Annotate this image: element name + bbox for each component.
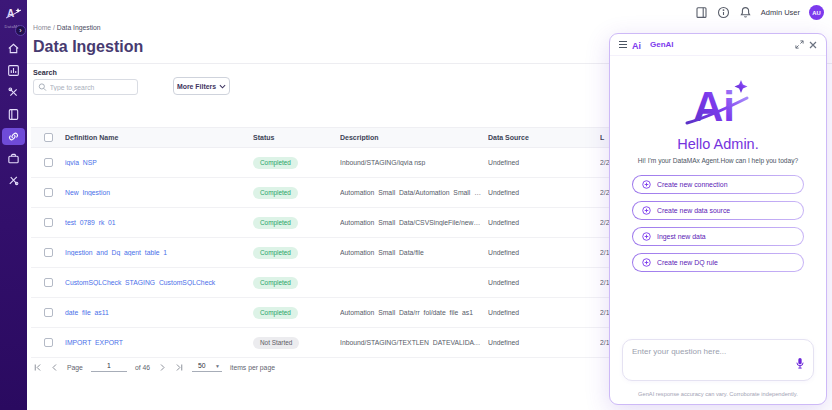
more-filters-button[interactable]: More Filters (173, 77, 230, 95)
chevron-down-icon (219, 84, 226, 89)
row-checkbox[interactable] (44, 158, 53, 167)
breadcrumb-home[interactable]: Home (33, 24, 51, 31)
breadcrumb: Home / Data Ingestion (33, 24, 101, 31)
row-checkbox[interactable] (44, 248, 53, 257)
more-filters-label: More Filters (177, 83, 216, 90)
definition-name-link[interactable]: test_0789_rk_01 (65, 219, 253, 226)
search-label: Search (33, 68, 57, 77)
plus-circle-icon (642, 258, 651, 267)
data-source-cell: Undefined (488, 159, 600, 166)
suggestion-create-data-source[interactable]: Create new data source (632, 201, 804, 220)
status-badge: Completed (253, 217, 298, 229)
genai-panel: Ai GenAI Ai Hello Admin. Hi! I'm your Da… (609, 33, 827, 405)
items-per-page-value: 50 (198, 362, 206, 369)
select-all-checkbox[interactable] (44, 133, 53, 142)
sidebar-collapse-toggle[interactable]: › (15, 25, 26, 36)
col-definition-name: Definition Name (65, 134, 253, 141)
close-icon[interactable] (809, 41, 817, 49)
definition-name-link[interactable]: CustomSQLCheck_STAGING_CustomSQLCheck (65, 279, 253, 286)
topbar-actions: Admin User AU (695, 5, 824, 20)
suggestion-create-dq-rule[interactable]: Create new DQ rule (632, 253, 804, 272)
sidebar-nav (0, 40, 27, 189)
sidebar-item-tools[interactable] (0, 84, 27, 101)
first-page-button[interactable] (33, 363, 42, 372)
status-badge: Not Started (253, 337, 299, 349)
last-page-button[interactable] (175, 363, 184, 372)
search-icon (38, 82, 47, 92)
definition-name-link[interactable]: IMPORT_EXPORT (65, 339, 253, 346)
prev-page-button[interactable] (50, 363, 59, 372)
row-checkbox[interactable] (44, 188, 53, 197)
menu-icon[interactable] (619, 41, 627, 48)
description-cell: Automation_Small_Data/Automation_Small_D… (340, 189, 488, 196)
breadcrumb-current: Data Ingestion (57, 24, 101, 31)
user-avatar[interactable]: AU (809, 5, 824, 20)
status-badge: Completed (253, 247, 298, 259)
user-name: Admin User (761, 8, 800, 17)
utilities-icon (7, 174, 20, 187)
sidebar-item-home[interactable] (0, 40, 27, 57)
suggestion-label: Create new connection (657, 181, 727, 188)
col-data-source: Data Source (488, 134, 600, 141)
sidebar-item-catalog[interactable] (0, 106, 27, 123)
page-title: Data Ingestion (33, 38, 143, 56)
catalog-icon (7, 108, 20, 121)
row-checkbox[interactable] (44, 308, 53, 317)
row-checkbox[interactable] (44, 278, 53, 287)
status-badge: Completed (253, 157, 298, 169)
sidebar-item-analytics[interactable] (0, 62, 27, 79)
sidebar: A DataMAx › (0, 0, 27, 410)
genai-question-input[interactable] (632, 347, 804, 356)
description-cell: Automation_Small_Data/rr_fol/date_file_a… (340, 309, 488, 316)
suggestion-create-connection[interactable]: Create new connection (632, 175, 804, 194)
ingestion-link-icon (7, 130, 20, 143)
row-checkbox[interactable] (44, 218, 53, 227)
tools-icon (7, 86, 20, 99)
items-per-page-select[interactable]: 50 ▼ (192, 362, 222, 372)
definition-name-link[interactable]: iqvia_NSP_ (65, 159, 253, 166)
sidebar-item-jobs[interactable] (0, 150, 27, 167)
description-cell: Inbound/STAGING/iqvia nsp (340, 159, 488, 166)
docs-icon[interactable] (695, 6, 708, 19)
pagination: Page 1 of 46 50 ▼ items per page (33, 362, 275, 372)
data-source-cell: Undefined (488, 249, 600, 256)
data-source-cell: Undefined (488, 189, 600, 196)
plus-circle-icon (642, 180, 651, 189)
row-checkbox[interactable] (44, 338, 53, 347)
definition-name-link[interactable]: New_Ingestion (65, 189, 253, 196)
sidebar-item-utilities[interactable] (0, 172, 27, 189)
genai-header: Ai GenAI (610, 34, 826, 56)
definition-name-link[interactable]: date_file_as11 (65, 309, 253, 316)
data-source-cell: Undefined (488, 339, 600, 346)
definition-name-link[interactable]: Ingestion_and_Dq_agent_table_1 (65, 249, 253, 256)
mic-icon[interactable] (795, 356, 805, 374)
search-input[interactable] (50, 84, 133, 91)
home-icon (7, 42, 20, 55)
genai-mini-logo-icon: Ai (632, 40, 645, 50)
sidebar-item-data-ingestion[interactable] (0, 128, 27, 145)
data-source-cell: Undefined (488, 219, 600, 226)
genai-suggestions: Create new connection Create new data so… (632, 175, 804, 272)
next-page-button[interactable] (158, 363, 167, 372)
suggestion-ingest-new-data[interactable]: Ingest new data (632, 227, 804, 246)
search-box (33, 79, 138, 95)
page-number-input[interactable]: 1 (91, 362, 127, 372)
plus-circle-icon (642, 232, 651, 241)
status-badge: Completed (253, 277, 298, 289)
genai-subtitle: Hi! I'm your DataMAx Agent.How can I hel… (638, 157, 798, 164)
suggestion-label: Ingest new data (657, 233, 706, 240)
genai-input-box (622, 339, 814, 381)
status-badge: Completed (253, 307, 298, 319)
breadcrumb-separator: / (53, 24, 55, 31)
status-badge: Completed (253, 187, 298, 199)
expand-icon[interactable] (795, 40, 804, 49)
plus-circle-icon (642, 206, 651, 215)
data-source-cell: Undefined (488, 279, 600, 286)
analytics-icon (7, 64, 20, 77)
bell-icon[interactable] (739, 6, 752, 19)
info-icon[interactable] (717, 6, 730, 19)
col-description: Description (340, 134, 488, 141)
description-cell: Automation_Small_Data/file (340, 249, 488, 256)
page-label: Page (67, 364, 83, 371)
data-source-cell: Undefined (488, 309, 600, 316)
